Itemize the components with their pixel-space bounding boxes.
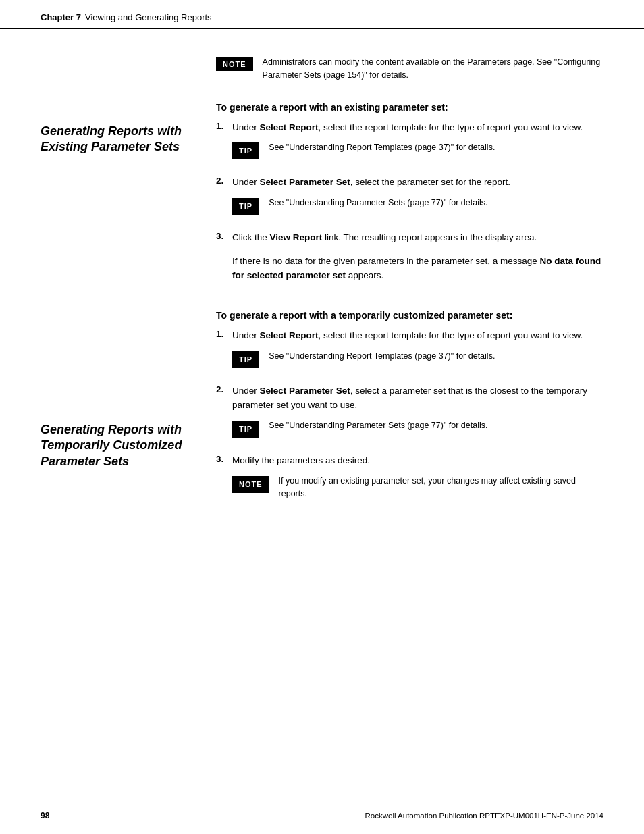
page-footer: 98 Rockwell Automation Publication RPTEX…: [41, 811, 603, 820]
step-number: 3.: [216, 231, 232, 241]
section2-heading: Generating Reports with Temporarily Cust…: [41, 422, 203, 469]
note-box-s2-3: NOTE If you modify an existing parameter…: [232, 475, 603, 500]
tip-text-s2-1: See "Understanding Report Templates (pag…: [269, 350, 495, 363]
section2-step2: 2. Under Select Parameter Set, select a …: [216, 384, 603, 444]
section1-step3: 3. Click the View Report link. The resul…: [216, 231, 603, 245]
step-number: 1.: [216, 329, 232, 339]
tip-badge: TIP: [232, 421, 259, 438]
s2-step1-content: Under Select Report, select the report t…: [232, 329, 603, 375]
tip-badge: TIP: [232, 142, 259, 159]
chapter-label: Chapter 7: [41, 12, 81, 22]
tip-text-s2-2: See "Understanding Parameter Sets (page …: [269, 419, 487, 432]
section1-title: To generate a report with an existing pa…: [216, 102, 603, 113]
page-header: Chapter 7 Viewing and Generating Reports: [0, 0, 644, 29]
tip-box-s1-1: TIP See "Understanding Report Templates …: [232, 141, 603, 159]
chapter-title: Viewing and Generating Reports: [85, 12, 212, 22]
section1-step1: 1. Under Select Report, select the repor…: [216, 121, 603, 167]
note-text-s2-3: If you modify an existing parameter set,…: [279, 475, 603, 500]
section2-steps: 1. Under Select Report, select the repor…: [216, 329, 603, 506]
section1-extra-para: If there is no data for the given parame…: [232, 255, 603, 283]
section1-heading: Generating Reports with Existing Paramet…: [41, 124, 203, 155]
note-text-top: Administrators can modify the content av…: [263, 56, 603, 82]
note-box-top: NOTE Administrators can modify the conte…: [216, 56, 603, 82]
right-column: NOTE Administrators can modify the conte…: [203, 29, 603, 533]
step-number: 3.: [216, 454, 232, 464]
tip-box-s1-2: TIP See "Understanding Parameter Sets (p…: [232, 197, 603, 215]
note-badge: NOTE: [232, 476, 269, 493]
tip-text-s1-2: See "Understanding Parameter Sets (page …: [269, 197, 487, 209]
tip-badge: TIP: [232, 351, 259, 368]
section1-block: To generate a report with an existing pa…: [216, 102, 603, 284]
left-column: Generating Reports with Existing Paramet…: [41, 29, 203, 533]
step1-content: Under Select Report, select the report t…: [232, 121, 603, 167]
section2-step3: 3. Modify the parameters as desired. NOT…: [216, 454, 603, 506]
tip-box-s2-2: TIP See "Understanding Parameter Sets (p…: [232, 419, 603, 438]
section1-steps: 1. Under Select Report, select the repor…: [216, 121, 603, 246]
s2-step2-content: Under Select Parameter Set, select a par…: [232, 384, 603, 444]
section2-step1: 1. Under Select Report, select the repor…: [216, 329, 603, 375]
s2-step3-content: Modify the parameters as desired. NOTE I…: [232, 454, 603, 506]
publication-info: Rockwell Automation Publication RPTEXP-U…: [365, 812, 603, 820]
note-badge-top: NOTE: [216, 57, 253, 71]
tip-badge: TIP: [232, 198, 259, 215]
tip-box-s2-1: TIP See "Understanding Report Templates …: [232, 350, 603, 368]
step3-content: Click the View Report link. The resultin…: [232, 231, 603, 245]
step-number: 1.: [216, 121, 232, 131]
page: Chapter 7 Viewing and Generating Reports…: [0, 0, 644, 834]
page-number: 98: [41, 811, 49, 820]
main-content: Generating Reports with Existing Paramet…: [0, 29, 644, 533]
section1-spacer: [41, 155, 203, 422]
tip-text-s1-1: See "Understanding Report Templates (pag…: [269, 141, 495, 154]
note-spacer: [41, 49, 203, 124]
step-number: 2.: [216, 384, 232, 394]
step2-content: Under Select Parameter Set, select the p…: [232, 176, 603, 221]
step-number: 2.: [216, 176, 232, 186]
section2-title: To generate a report with a temporarily …: [216, 310, 603, 321]
section2-block: To generate a report with a temporarily …: [216, 310, 603, 506]
section1-step2: 2. Under Select Parameter Set, select th…: [216, 176, 603, 221]
